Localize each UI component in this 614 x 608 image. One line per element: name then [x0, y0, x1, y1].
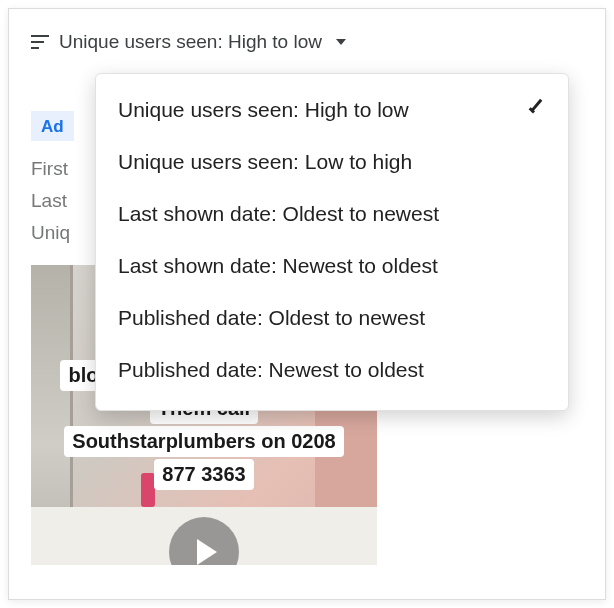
sort-option-label: Last shown date: Oldest to newest	[118, 202, 439, 226]
sort-option-label: Published date: Oldest to newest	[118, 306, 425, 330]
sort-option[interactable]: Last shown date: Oldest to newest	[96, 188, 568, 240]
caption-line: 877 3363	[154, 459, 253, 490]
sort-option-label: Unique users seen: Low to high	[118, 150, 412, 174]
ad-badge: Ad	[31, 111, 74, 141]
sort-option[interactable]: Unique users seen: High to low	[96, 84, 568, 136]
caption-line: Southstarplumbers on 0208	[64, 426, 343, 457]
sort-dropdown-menu: Unique users seen: High to low Unique us…	[95, 73, 569, 411]
play-icon	[197, 539, 217, 565]
chevron-down-icon	[336, 39, 346, 45]
sort-option-label: Last shown date: Newest to oldest	[118, 254, 438, 278]
sort-option[interactable]: Last shown date: Newest to oldest	[96, 240, 568, 292]
sort-option-label: Published date: Newest to oldest	[118, 358, 424, 382]
sort-current-label: Unique users seen: High to low	[59, 31, 322, 53]
sort-dropdown-trigger[interactable]: Unique users seen: High to low	[31, 29, 346, 55]
sort-option[interactable]: Published date: Oldest to newest	[96, 292, 568, 344]
sort-option[interactable]: Published date: Newest to oldest	[96, 344, 568, 396]
check-icon	[526, 100, 546, 120]
panel: Unique users seen: High to low Ad First …	[8, 8, 606, 600]
sort-option[interactable]: Unique users seen: Low to high	[96, 136, 568, 188]
sort-icon	[31, 35, 49, 49]
sort-option-label: Unique users seen: High to low	[118, 98, 409, 122]
